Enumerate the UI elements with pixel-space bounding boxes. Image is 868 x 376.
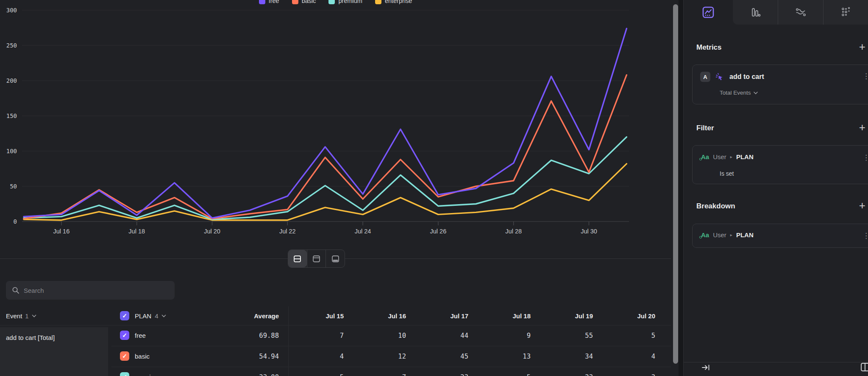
add-metric-button[interactable]: + (859, 42, 865, 51)
legend-item-premium[interactable]: premium (328, 0, 362, 6)
day-column-header[interactable]: Jul 17 (409, 306, 468, 325)
day-column-header[interactable]: Jul 20 (596, 306, 655, 325)
table-row[interactable]: ✓ free 69.88 7 10 44 9 55 5 (0, 325, 671, 346)
chevron-down-icon (32, 314, 36, 317)
filter-section-title: Filter (696, 124, 714, 132)
line-chart[interactable]: 050100150200250300Jul 16Jul 18Jul 20Jul … (0, 0, 674, 238)
cell-value: 45 (409, 346, 468, 367)
breadcrumb-arrow-icon: ▸ (730, 154, 732, 159)
legend-item-enterprise[interactable]: enterprise (375, 0, 412, 6)
add-filter-button[interactable]: + (859, 123, 865, 132)
cell-value: 5 (284, 367, 344, 376)
add-breakdown-button[interactable]: + (859, 201, 865, 210)
aggregation-label: Total Events (720, 90, 751, 96)
bottom-panel-icon (331, 255, 339, 263)
layout-toggle-group (288, 250, 345, 268)
legend-swatch-free (259, 0, 265, 4)
event-count: 1 (25, 312, 28, 320)
svg-text:50: 50 (10, 183, 17, 190)
layout-split-rows-button[interactable] (288, 250, 307, 267)
panel-gap (679, 0, 683, 376)
chevron-down-icon (754, 92, 758, 94)
collapse-panel-button[interactable] (701, 363, 711, 373)
filter-condition[interactable]: Is set (720, 170, 734, 177)
metric-card[interactable]: A add to cart ⋮ Total Events (692, 65, 868, 104)
table-header-row: Event 1 ✓ PLAN 4 Average Jul 15 Jul 16 J… (0, 306, 671, 325)
svg-text:Jul 28: Jul 28 (505, 228, 522, 235)
event-header-label: Event (6, 312, 22, 320)
cell-value: 5 (596, 325, 655, 346)
breakdown-card[interactable]: Aa User ▸ PLAN ⋮ (692, 224, 868, 248)
cell-value: 23 (409, 367, 468, 376)
tab-insights[interactable] (684, 0, 733, 25)
tab-more-apps[interactable] (823, 0, 868, 25)
metric-event-name[interactable]: add to cart (729, 73, 764, 81)
cell-value: 23 (534, 367, 593, 376)
legend-swatch-enterprise (375, 0, 381, 4)
toggle-side-panel-button[interactable] (860, 362, 868, 373)
cell-value: 4 (596, 346, 655, 367)
cell-value: 12 (347, 346, 406, 367)
layout-header-panel-button[interactable] (307, 250, 326, 267)
table-row[interactable]: ✓ premium 33.00 5 7 23 5 23 3 (0, 367, 671, 376)
header-panel-icon (312, 255, 320, 263)
tab-bar-chart[interactable] (733, 0, 778, 25)
search-input[interactable] (24, 287, 159, 294)
table-row[interactable]: ✓ basic 54.94 4 12 45 13 34 4 (0, 346, 671, 367)
property-scope: User (713, 231, 726, 239)
tab-flows[interactable] (778, 0, 823, 25)
row-checkbox-premium[interactable]: ✓ (120, 372, 129, 376)
plan-count: 4 (155, 312, 158, 320)
kebab-menu-icon[interactable]: ⋮ (862, 72, 868, 81)
filter-card[interactable]: Aa User ▸ PLAN ⋮ Is set (692, 145, 868, 184)
day-column-header[interactable]: Jul 15 (284, 306, 344, 325)
average-value: 54.94 (211, 346, 279, 367)
text-property-icon: Aa (701, 231, 709, 239)
row-label: basic (135, 346, 150, 367)
search-bar[interactable] (6, 281, 175, 300)
property-scope: User (713, 153, 726, 160)
day-column-header[interactable]: Jul 19 (534, 306, 593, 325)
row-checkbox-basic[interactable]: ✓ (120, 351, 129, 361)
day-column-header[interactable]: Jul 18 (471, 306, 531, 325)
text-property-icon: Aa (701, 153, 709, 160)
plan-header-label: PLAN (135, 312, 151, 320)
event-column-header[interactable]: Event 1 (6, 306, 36, 325)
breakdown-section-title: Breakdown (696, 202, 735, 210)
day-column-header[interactable]: Jul 16 (347, 306, 406, 325)
cell-value: 7 (347, 367, 406, 376)
legend-swatch-basic (292, 0, 298, 4)
vertical-scrollbar[interactable] (673, 4, 678, 364)
report-canvas: free basic premium enterprise 0501001502… (0, 0, 671, 376)
split-rows-icon (293, 255, 301, 263)
average-value: 69.88 (211, 325, 279, 346)
legend-swatch-premium (328, 0, 335, 4)
footer-divider (684, 362, 868, 362)
plan-select-all-checkbox[interactable]: ✓ (120, 311, 129, 320)
legend-label: enterprise (385, 0, 412, 4)
legend-label: premium (338, 0, 362, 4)
chevron-down-icon (161, 314, 166, 317)
panel-layout-icon (860, 362, 868, 372)
plan-column-header[interactable]: ✓ PLAN 4 (120, 306, 166, 325)
cell-value: 44 (409, 325, 468, 346)
svg-text:Jul 24: Jul 24 (355, 228, 371, 235)
svg-text:Jul 18: Jul 18 (128, 228, 145, 235)
average-column-header[interactable]: Average (211, 306, 279, 325)
svg-text:Jul 30: Jul 30 (581, 228, 597, 235)
layout-bottom-panel-button[interactable] (326, 250, 345, 267)
legend-label: free (269, 0, 279, 4)
legend-item-free[interactable]: free (259, 0, 279, 6)
svg-text:Jul 20: Jul 20 (204, 228, 220, 235)
svg-text:Jul 16: Jul 16 (53, 228, 70, 235)
aggregation-dropdown[interactable]: Total Events (720, 90, 758, 96)
row-checkbox-free[interactable]: ✓ (120, 331, 129, 340)
svg-text:200: 200 (6, 77, 17, 84)
breadcrumb-arrow-icon: ▸ (730, 233, 732, 237)
kebab-menu-icon[interactable]: ⋮ (862, 231, 868, 240)
series-letter-badge: A (700, 72, 710, 82)
legend-label: basic (302, 0, 316, 4)
kebab-menu-icon[interactable]: ⋮ (862, 153, 868, 162)
legend-item-basic[interactable]: basic (292, 0, 316, 6)
arrow-to-bar-icon (701, 363, 711, 372)
